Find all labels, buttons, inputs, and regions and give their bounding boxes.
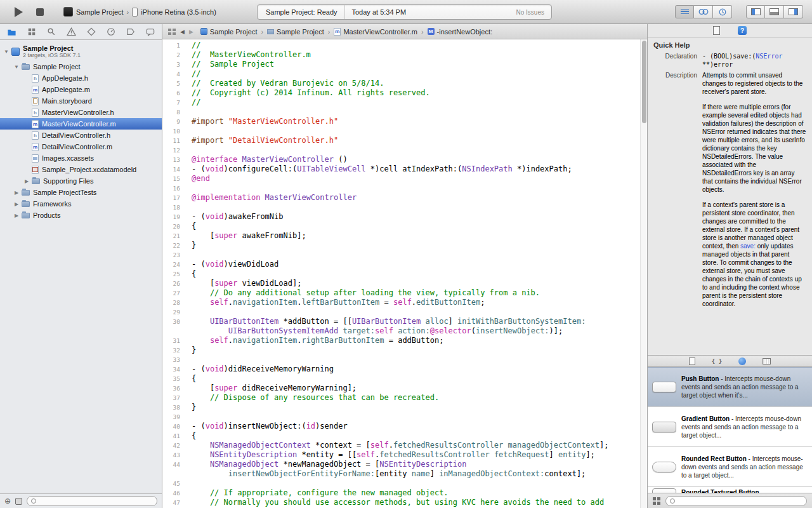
jumpbar-separator: › bbox=[328, 28, 331, 36]
jumpbar-separator: › bbox=[421, 28, 424, 36]
add-file-button[interactable]: ⊕ bbox=[4, 497, 11, 505]
jump-bar: ◀ ▶ Sample Project›Sample Project›mMaste… bbox=[162, 24, 647, 39]
code-line: 37 // Dispose of any resources that can … bbox=[162, 393, 647, 403]
navigator-filter-bar: ⊕ bbox=[0, 493, 162, 508]
toggle-navigator-button[interactable] bbox=[746, 5, 765, 18]
code-line: 39 bbox=[162, 412, 647, 422]
library-item-rounded-rect-button[interactable]: Rounded Rect Button - Intercepts mouse-d… bbox=[648, 447, 812, 487]
navigator-item-sample-projecttests[interactable]: ▶Sample ProjectTests bbox=[0, 187, 162, 198]
disclosure-triangle-icon[interactable]: ▶ bbox=[13, 201, 20, 207]
code-line: 36 [super didReceiveMemoryWarning]; bbox=[162, 384, 647, 393]
jumpbar-segment-sample-project[interactable]: Sample Project bbox=[267, 28, 324, 36]
navigator-item-sample-project[interactable]: ▼Sample Project bbox=[0, 61, 162, 72]
file-inspector-button[interactable] bbox=[713, 26, 720, 35]
source-editor[interactable]: 1//2// MasterViewController.m3// Sample … bbox=[162, 39, 647, 508]
storyboard-file-icon bbox=[32, 97, 39, 105]
code-line: 23 bbox=[162, 250, 647, 260]
toggle-debug-area-button[interactable] bbox=[765, 5, 784, 18]
navigator-item-supporting-files[interactable]: ▶Supporting Files bbox=[0, 175, 162, 187]
run-button[interactable] bbox=[10, 4, 27, 20]
breakpoint-navigator-button[interactable] bbox=[126, 28, 135, 36]
back-button[interactable]: ◀ bbox=[180, 29, 185, 35]
standard-editor-button[interactable] bbox=[675, 5, 694, 18]
library-grid-view-icon[interactable] bbox=[653, 497, 660, 505]
navigator-item-images-xcassets[interactable]: Images.xcassets bbox=[0, 152, 162, 164]
jumpbar-segment-insertnewobject[interactable]: M-insertNewObject: bbox=[428, 28, 492, 36]
quick-help-inspector-button[interactable]: ? bbox=[738, 26, 747, 35]
navigator-item-sample-project[interactable]: ▼Sample Project2 targets, iOS SDK 7.1 bbox=[0, 42, 162, 61]
library-list: Push Button - Intercepts mouse-down even… bbox=[648, 367, 812, 493]
push-button-icon bbox=[652, 382, 676, 392]
issue-navigator-button[interactable] bbox=[67, 27, 76, 36]
jumpbar-segment-masterviewcontroller-m[interactable]: mMasterViewController.m bbox=[334, 28, 417, 36]
toggle-utilities-button[interactable] bbox=[784, 5, 803, 18]
xcode-window: Sample Project › iPhone Retina (3.5-inch… bbox=[0, 0, 812, 508]
library-search-field[interactable] bbox=[665, 496, 807, 506]
log-navigator-button[interactable] bbox=[146, 28, 155, 36]
navigator-item-products[interactable]: ▶Products bbox=[0, 210, 162, 221]
stop-button[interactable] bbox=[32, 4, 48, 20]
navigator-item-sample-project-xcdatamodeld[interactable]: Sample_Project.xcdatamodeld bbox=[0, 164, 162, 175]
navigator-item-detailviewcontroller-h[interactable]: hDetailViewController.h bbox=[0, 130, 162, 141]
jumpbar-segment-sample-project[interactable]: Sample Project bbox=[200, 28, 258, 36]
search-navigator-button[interactable] bbox=[47, 27, 56, 36]
disclosure-triangle-icon[interactable]: ▶ bbox=[13, 213, 20, 218]
editor-scrollbar-thumb[interactable] bbox=[642, 41, 646, 123]
h-file-icon: h bbox=[32, 109, 39, 117]
run-icon bbox=[15, 7, 23, 17]
code-area: 1//2// MasterViewController.m3// Sample … bbox=[162, 41, 647, 508]
object-library-button[interactable] bbox=[738, 358, 746, 365]
code-line: 40- (void)insertNewObject:(id)sender bbox=[162, 422, 647, 431]
disclosure-triangle-icon[interactable]: ▶ bbox=[13, 190, 20, 196]
folder-icon bbox=[267, 29, 274, 34]
navigator-item-masterviewcontroller-h[interactable]: hMasterViewController.h bbox=[0, 107, 162, 118]
navigator-item-appdelegate-m[interactable]: mAppDelegate.m bbox=[0, 84, 162, 95]
library-item-rounded-textured-button[interactable]: Rounded Textured Button bbox=[648, 487, 812, 493]
navigator-item-frameworks[interactable]: ▶Frameworks bbox=[0, 198, 162, 210]
navigator-item-label: MasterViewController.h bbox=[42, 109, 114, 116]
code-line: 10 bbox=[162, 126, 647, 136]
forward-button[interactable]: ▶ bbox=[189, 29, 193, 35]
library-item-push-button[interactable]: Push Button - Intercepts mouse-down even… bbox=[648, 367, 812, 407]
scheme-selector[interactable]: Sample Project › iPhone Retina (3.5-inch… bbox=[63, 7, 216, 17]
utilities-panel-icon bbox=[789, 8, 798, 15]
file-template-library-button[interactable] bbox=[689, 358, 695, 365]
code-line: 38} bbox=[162, 403, 647, 412]
declaration-value: - (BOOL)save:(NSError **)error bbox=[702, 52, 806, 69]
scheme-device-label: iPhone Retina (3.5-inch) bbox=[141, 8, 216, 16]
disclosure-triangle-icon[interactable]: ▶ bbox=[23, 178, 30, 184]
scheme-project-label: Sample Project bbox=[76, 8, 124, 16]
navigator-item-label: Main.storyboard bbox=[42, 97, 92, 105]
description-value: Attempts to commit unsaved changes to re… bbox=[702, 71, 806, 315]
activity-time-text: Today at 5:34 PM bbox=[352, 8, 407, 16]
debug-navigator-button[interactable] bbox=[107, 27, 115, 36]
navigator-item-appdelegate-h[interactable]: hAppDelegate.h bbox=[0, 72, 162, 84]
media-library-button[interactable] bbox=[763, 358, 771, 364]
code-line: 9#import "MasterViewController.h" bbox=[162, 117, 647, 126]
editor-scrollbar[interactable] bbox=[640, 39, 647, 508]
version-editor-button[interactable] bbox=[713, 5, 732, 18]
code-line: 18 bbox=[162, 203, 647, 212]
related-items-icon[interactable] bbox=[168, 29, 176, 35]
debug-area-icon bbox=[769, 8, 779, 15]
library-search-bar bbox=[648, 493, 812, 508]
code-line: insertNewObjectForEntityForName:[entity … bbox=[162, 469, 647, 479]
method-icon: M bbox=[428, 28, 435, 35]
navigator-item-masterviewcontroller-m[interactable]: mMasterViewController.m bbox=[0, 118, 162, 130]
code-line: 19- (void)awakeFromNib bbox=[162, 212, 647, 222]
disclosure-triangle-icon[interactable]: ▼ bbox=[3, 49, 10, 55]
test-navigator-button[interactable] bbox=[87, 27, 96, 36]
navigator-item-main-storyboard[interactable]: Main.storyboard bbox=[0, 95, 162, 107]
disclosure-triangle-icon[interactable]: ▼ bbox=[13, 64, 20, 70]
code-line: 28 self.navigationItem.leftBarButtonItem… bbox=[162, 298, 647, 307]
recent-files-icon[interactable] bbox=[15, 498, 22, 505]
code-snippet-library-button[interactable]: { } bbox=[712, 358, 722, 364]
navigator-filter-field[interactable] bbox=[27, 496, 157, 506]
jumpbar-segment-label: MasterViewController.m bbox=[343, 28, 417, 36]
inspector-selector-bar: ? bbox=[648, 24, 812, 37]
project-navigator-button[interactable] bbox=[7, 27, 16, 37]
navigator-item-detailviewcontroller-m[interactable]: mDetailViewController.m bbox=[0, 141, 162, 152]
library-item-gradient-button[interactable]: Gradient Button - Intercepts mouse-down … bbox=[648, 407, 812, 447]
assistant-editor-button[interactable] bbox=[694, 5, 713, 18]
symbol-navigator-button[interactable] bbox=[27, 27, 36, 36]
